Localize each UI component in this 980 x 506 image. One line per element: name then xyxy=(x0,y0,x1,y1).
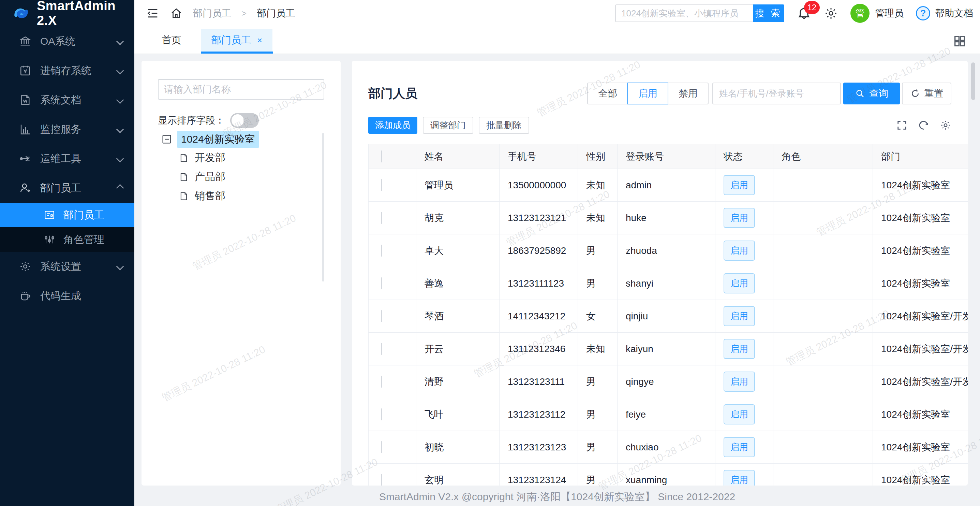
tree-node-child[interactable]: 销售部 xyxy=(179,189,225,203)
tab-home[interactable]: 首页 xyxy=(152,27,191,54)
sidebar-subitem-role-mgmt[interactable]: 角色管理 xyxy=(0,227,134,252)
reload-icon[interactable] xyxy=(918,120,929,131)
sidebar-subitem-dept-staff[interactable]: 部门员工 xyxy=(0,203,134,227)
table-row: 胡克13123123121未知huke启用1024创新实验室 xyxy=(369,202,968,235)
cell-gender: 男 xyxy=(578,267,617,300)
sidebar-item-ops[interactable]: 运维工具 xyxy=(0,144,134,173)
user-name: 管理员 xyxy=(875,7,904,20)
row-checkbox[interactable] xyxy=(381,474,382,486)
sidebar-item-docs[interactable]: 系统文档 xyxy=(0,85,134,115)
adjust-dept-button[interactable]: 调整部门 xyxy=(423,117,473,134)
cell-account: qingye xyxy=(617,366,715,398)
select-all-checkbox[interactable] xyxy=(381,150,382,163)
collapse-minus-icon[interactable] xyxy=(161,134,172,145)
chevron-up-icon xyxy=(116,184,124,192)
tab-dept-staff[interactable]: 部门员工 × xyxy=(201,29,272,51)
cell-phone: 13500000000 xyxy=(500,169,578,202)
sort-toggle[interactable] xyxy=(230,113,259,128)
tree-scrollbar[interactable] xyxy=(322,133,324,281)
department-search-input[interactable] xyxy=(158,79,324,100)
home-icon[interactable] xyxy=(170,7,183,20)
cell-phone: 13123123112 xyxy=(500,398,578,431)
row-checkbox[interactable] xyxy=(381,310,382,322)
cell-role xyxy=(773,464,873,486)
app-logo-icon xyxy=(11,4,31,23)
cell-status: 启用 xyxy=(715,431,773,464)
row-checkbox[interactable] xyxy=(381,179,382,191)
sidebar-item-settings[interactable]: 系统设置 xyxy=(0,252,134,281)
close-icon[interactable]: × xyxy=(257,35,262,46)
help-link[interactable]: ? 帮助文档 xyxy=(916,6,973,21)
cell-phone: 13123123123 xyxy=(500,431,578,464)
page-scrollbar-thumb[interactable] xyxy=(971,62,975,100)
add-member-button[interactable]: 添加成员 xyxy=(368,117,417,134)
user-menu[interactable]: 管 管理员 xyxy=(850,4,904,23)
cell-gender: 女 xyxy=(578,300,617,333)
cell-phone: 13123123111 xyxy=(500,366,578,398)
status-badge: 启用 xyxy=(724,470,755,485)
query-button[interactable]: 查询 xyxy=(843,83,900,104)
cell-phone: 13123123121 xyxy=(500,202,578,235)
reset-button[interactable]: 重置 xyxy=(902,83,951,104)
cell-status: 启用 xyxy=(715,333,773,366)
row-checkbox[interactable] xyxy=(381,409,382,420)
tab-options-grid-icon[interactable] xyxy=(953,34,966,48)
row-checkbox[interactable] xyxy=(381,441,382,453)
cell-name: 管理员 xyxy=(416,169,500,202)
keyword-input[interactable] xyxy=(712,83,841,104)
global-search-input[interactable] xyxy=(615,5,753,22)
sidebar-item-erp[interactable]: 进销存系统 xyxy=(0,56,134,85)
column-header: 性别 xyxy=(578,144,617,169)
cell-name: 胡克 xyxy=(416,202,500,235)
sidebar-item-label: OA系统 xyxy=(40,35,75,48)
tree-node-child[interactable]: 产品部 xyxy=(179,170,225,184)
filter-enabled[interactable]: 启用 xyxy=(627,83,668,104)
sidebar-item-oa[interactable]: OA系统 xyxy=(0,27,134,56)
cell-account: shanyi xyxy=(617,267,715,300)
breadcrumb-current: 部门员工 xyxy=(257,7,295,20)
status-badge: 启用 xyxy=(724,208,755,228)
file-icon xyxy=(179,172,189,182)
cell-status: 启用 xyxy=(715,169,773,202)
cell-phone: 13123111123 xyxy=(500,267,578,300)
status-badge: 启用 xyxy=(724,175,755,195)
question-circle-icon: ? xyxy=(916,6,930,21)
file-icon xyxy=(179,153,189,163)
filter-disabled[interactable]: 禁用 xyxy=(668,83,709,104)
file-icon xyxy=(179,192,189,201)
tree-node-child[interactable]: 开发部 xyxy=(179,151,225,165)
sidebar-item-monitor[interactable]: 监控服务 xyxy=(0,115,134,144)
calendar-yen-icon xyxy=(19,64,31,77)
cell-name: 开云 xyxy=(416,333,500,366)
row-checkbox[interactable] xyxy=(381,245,382,257)
row-checkbox[interactable] xyxy=(381,278,382,289)
tab-label: 部门员工 xyxy=(212,34,251,47)
tree-node-root[interactable]: 1024创新实验室 xyxy=(177,131,259,148)
chevron-down-icon xyxy=(116,155,124,163)
sidebar-item-codegen[interactable]: 代码生成 xyxy=(0,281,134,311)
global-search-button[interactable]: 搜 索 xyxy=(753,5,784,22)
table-row: 清野13123123111男qingye启用1024创新实验室/开发部 xyxy=(369,366,968,398)
row-checkbox[interactable] xyxy=(381,376,382,388)
filter-all[interactable]: 全部 xyxy=(587,83,628,104)
table-row: 管理员13500000000未知admin启用1024创新实验室 xyxy=(369,169,968,202)
cell-gender: 男 xyxy=(578,464,617,486)
notification-bell[interactable]: 12 xyxy=(797,6,811,21)
table-row: 初晓13123123123男chuxiao启用1024创新实验室 xyxy=(369,431,968,464)
row-checkbox[interactable] xyxy=(381,212,382,224)
breadcrumb-parent[interactable]: 部门员工 xyxy=(193,7,231,20)
batch-delete-button[interactable]: 批量删除 xyxy=(479,117,529,134)
menu-fold-icon[interactable] xyxy=(146,6,159,20)
help-label: 帮助文档 xyxy=(935,7,973,20)
cell-name: 卓大 xyxy=(416,235,500,267)
logo: SmartAdmin 2.X xyxy=(0,0,134,27)
column-settings-gear-icon[interactable] xyxy=(940,120,951,131)
sidebar-subitem-label: 部门员工 xyxy=(64,208,104,222)
row-checkbox[interactable] xyxy=(381,343,382,355)
header-gear-icon[interactable] xyxy=(824,6,838,21)
column-header: 姓名 xyxy=(416,144,500,169)
status-badge: 启用 xyxy=(724,437,755,457)
sidebar-item-dept-staff-parent[interactable]: 部门员工 xyxy=(0,173,134,203)
cell-account: kaiyun xyxy=(617,333,715,366)
fullscreen-icon[interactable] xyxy=(896,120,908,131)
